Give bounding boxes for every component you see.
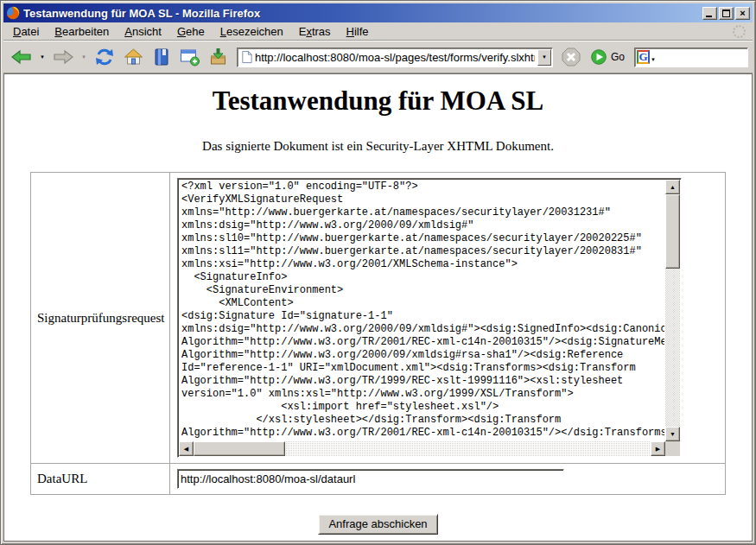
search-input[interactable] [657, 50, 747, 64]
browser-window: Testanwendung für MOA SL - Mozilla Firef… [0, 0, 756, 545]
dataurl-input[interactable] [177, 469, 564, 489]
bookmarks-button[interactable] [149, 44, 175, 70]
go-button[interactable]: Go [586, 46, 629, 68]
scrollbar-corner [665, 441, 680, 456]
menu-item-bearbeiten[interactable]: Bearbeiten [47, 23, 117, 40]
horizontal-scrollbar-thumb[interactable] [194, 441, 285, 456]
vertical-scrollbar-track[interactable] [665, 194, 680, 427]
firefox-icon [6, 6, 20, 20]
search-bar: G ▼ [634, 48, 748, 67]
google-search-icon: G [637, 50, 650, 64]
downloads-icon [207, 47, 229, 67]
close-button[interactable]: × [735, 7, 750, 20]
stop-icon [561, 47, 581, 67]
scroll-down-icon: ▼ [670, 431, 676, 437]
menu-item-ansicht[interactable]: Ansicht [117, 23, 169, 40]
page-subtitle: Das signierte Dokument ist ein Security-… [4, 139, 752, 154]
table-row-dataurl: DataURL [31, 464, 726, 495]
page-icon [240, 50, 253, 64]
menu-item-extras[interactable]: Extras [291, 23, 339, 40]
submit-button[interactable]: Anfrage abschicken [318, 514, 437, 535]
scroll-right-button[interactable]: ▶ [651, 441, 665, 456]
back-icon [10, 47, 33, 67]
home-button[interactable] [120, 44, 147, 70]
table-row-request: Signaturprüfungsrequest <?xml version="1… [31, 173, 726, 464]
back-dropdown-icon[interactable]: ▼ [37, 54, 48, 60]
scroll-right-icon: ▶ [656, 446, 660, 452]
navigation-toolbar: ▼ ▼ [3, 41, 753, 73]
forward-button[interactable] [49, 44, 77, 70]
window-title: Testanwendung für MOA SL - Mozilla Firef… [23, 7, 699, 20]
forward-icon [52, 47, 74, 67]
new-window-icon [179, 47, 200, 67]
request-xml-content: <?xml version="1.0" encoding="UTF-8"?> <… [181, 181, 664, 440]
menu-item-lesezeichen[interactable]: Lesezeichen [213, 23, 291, 40]
menu-item-hilfe[interactable]: Hilfe [339, 23, 377, 40]
home-icon [123, 47, 144, 67]
request-label: Signaturprüfungsrequest [31, 173, 170, 464]
request-xml-textarea[interactable]: <?xml version="1.0" encoding="UTF-8"?> <… [177, 178, 682, 458]
address-dropdown-button[interactable]: ▼ [537, 49, 551, 66]
minimize-button[interactable] [702, 7, 717, 20]
window-controls: × [702, 7, 750, 20]
address-bar: ▼ [237, 48, 553, 67]
stop-button[interactable] [558, 44, 584, 70]
page-title: Testanwendung für MOA SL [4, 86, 752, 117]
bookmarks-icon [151, 47, 172, 67]
scroll-up-button[interactable]: ▲ [665, 180, 680, 194]
scroll-left-icon: ◀ [184, 446, 188, 452]
new-window-button[interactable] [176, 44, 203, 70]
menu-item-gehe[interactable]: Gehe [169, 23, 213, 40]
chevron-down-icon: ▼ [542, 54, 547, 60]
minimize-icon [706, 16, 712, 17]
forward-dropdown-icon[interactable]: ▼ [79, 54, 89, 60]
submit-row: Anfrage abschicken [4, 514, 752, 535]
title-bar[interactable]: Testanwendung für MOA SL - Mozilla Firef… [3, 3, 753, 22]
page-content: Testanwendung für MOA SL Das signierte D… [3, 73, 753, 542]
dataurl-label: DataURL [31, 464, 170, 495]
scroll-down-button[interactable]: ▼ [665, 427, 680, 441]
address-input[interactable] [253, 50, 537, 65]
throbber-icon [733, 25, 746, 38]
close-icon: × [740, 8, 745, 18]
scroll-left-button[interactable]: ◀ [179, 441, 194, 456]
go-label: Go [611, 51, 625, 63]
reload-button[interactable] [91, 44, 118, 70]
go-icon [590, 48, 607, 66]
maximize-button[interactable] [719, 7, 734, 20]
request-form-table: Signaturprüfungsrequest <?xml version="1… [30, 172, 726, 495]
maximize-icon [722, 10, 730, 17]
reload-icon [93, 47, 116, 67]
horizontal-scrollbar[interactable]: ◀ ▶ [179, 441, 665, 456]
vertical-scrollbar-thumb[interactable] [665, 194, 680, 269]
menu-bar: Datei Bearbeiten Ansicht Gehe Lesezeiche… [3, 22, 753, 41]
vertical-scrollbar[interactable]: ▲ ▼ [665, 180, 680, 441]
horizontal-scrollbar-track[interactable] [194, 441, 651, 456]
search-engine-dropdown-icon[interactable]: ▼ [651, 52, 656, 62]
back-button[interactable] [8, 44, 35, 70]
downloads-button[interactable] [205, 44, 232, 70]
menu-item-datei[interactable]: Datei [5, 23, 47, 40]
scroll-up-icon: ▲ [670, 184, 676, 190]
